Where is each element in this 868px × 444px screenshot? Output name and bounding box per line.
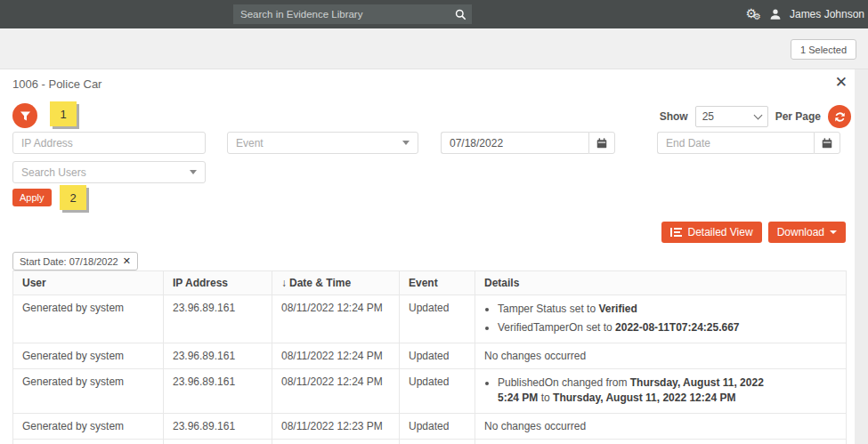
table-head: UserIP Address↓Date & TimeEventDetails [13, 271, 847, 295]
column-header-date-time[interactable]: ↓Date & Time [272, 271, 400, 295]
settings-cogs-icon[interactable]: ⚙⚙ [745, 7, 761, 21]
user-icon [769, 8, 782, 20]
event-cell: Updated [400, 295, 475, 343]
calendar-icon [822, 138, 832, 149]
user-cell: Generated by system [13, 343, 164, 368]
sort-descending-icon: ↓ [281, 277, 287, 289]
evidence-search [233, 4, 472, 24]
datetime-cell: 08/11/2022 12:23 PM [272, 439, 400, 444]
calendar-icon [596, 138, 607, 149]
refresh-icon [834, 111, 846, 123]
details-cell: No changes occurred [475, 343, 847, 368]
user-menu[interactable]: James Johnson [790, 8, 864, 20]
end-date-calendar-button[interactable] [814, 132, 840, 154]
audit-trail-panel: 1006 - Police Car ✕ 1 Show 25 Per Page E… [0, 69, 855, 444]
user-cell: Generated by system [13, 439, 164, 444]
page-size-select[interactable]: 25 [695, 106, 768, 127]
column-header-user[interactable]: User [13, 271, 164, 295]
ip-cell: 23.96.89.161 [164, 343, 272, 368]
chip-label: Start Date: 07/18/2022 [20, 256, 118, 267]
user-cell: Generated by system [13, 368, 164, 413]
details-bullet-list: PublishedOn changed from Thursday, Augus… [484, 375, 778, 407]
details-bullet-list: Tamper Status set to VerifiedVerifiedTam… [484, 302, 778, 336]
audit-table: UserIP Address↓Date & TimeEventDetails G… [12, 270, 847, 444]
caret-down-icon [190, 170, 197, 174]
ip-address-input[interactable] [12, 132, 206, 154]
table-row: Generated by system23.96.89.16108/11/202… [13, 413, 847, 439]
caret-down-icon [830, 230, 837, 234]
callout-step-2: 2 [60, 185, 86, 210]
search-users-select[interactable]: Search Users [12, 161, 206, 183]
details-cell: No changes occurred [475, 413, 847, 439]
start-date-calendar-button[interactable] [588, 132, 615, 154]
datetime-cell: 08/11/2022 12:24 PM [272, 295, 400, 343]
search-icon[interactable] [449, 4, 472, 24]
show-label: Show [660, 110, 688, 123]
search-users-placeholder: Search Users [21, 166, 86, 179]
detailed-view-button[interactable]: Detailed View [661, 222, 761, 243]
details-cell: No changes occurred [475, 439, 847, 444]
per-page-label: Per Page [775, 110, 821, 123]
search-input[interactable] [233, 9, 449, 20]
close-icon[interactable]: ✕ [835, 75, 848, 90]
apply-button[interactable]: Apply [12, 189, 52, 206]
user-cell: Generated by system [13, 295, 164, 343]
datetime-cell: 08/11/2022 12:24 PM [272, 368, 400, 413]
top-navigation-bar: ⚙⚙ James Johnson [0, 0, 868, 28]
table-row: Generated by system23.96.89.16108/11/202… [13, 295, 847, 343]
end-date-group [657, 132, 840, 154]
details-cell: PublishedOn changed from Thursday, Augus… [475, 368, 847, 413]
start-date-group [441, 132, 615, 154]
caret-down-icon [402, 141, 410, 145]
funnel-icon [20, 110, 31, 122]
chip-remove-icon[interactable]: ✕ [123, 255, 131, 267]
table-row: Generated by system23.96.89.16108/11/202… [13, 343, 847, 368]
page-size-value: 25 [702, 110, 714, 123]
event-cell: Updated [400, 368, 475, 413]
datetime-cell: 08/11/2022 12:23 PM [272, 413, 400, 439]
ip-cell: 23.96.89.161 [164, 295, 272, 343]
event-cell: Updated [400, 413, 475, 439]
table-row: Generated by system23.96.89.16108/11/202… [13, 368, 847, 413]
event-select-placeholder: Event [236, 137, 264, 149]
column-header-event[interactable]: Event [400, 271, 475, 295]
ip-cell: 202.141.249.219 [164, 439, 272, 444]
ip-cell: 23.96.89.161 [164, 368, 272, 413]
event-cell: Updated [400, 343, 475, 368]
selected-count-button[interactable]: 1 Selected [791, 39, 856, 60]
start-date-input[interactable] [441, 132, 588, 154]
detailed-list-icon [670, 228, 682, 237]
selection-bar: 1 Selected [0, 28, 868, 69]
end-date-input[interactable] [657, 132, 814, 154]
table-row: Generated by system202.141.249.21908/11/… [13, 439, 847, 444]
start-date-filter-chip: Start Date: 07/18/2022 ✕ [12, 252, 138, 270]
column-header-details[interactable]: Details [475, 271, 847, 295]
table-body: Generated by system23.96.89.16108/11/202… [13, 295, 847, 444]
filter-toggle-button[interactable] [12, 103, 37, 128]
column-header-ip-address[interactable]: IP Address [164, 271, 272, 295]
download-button[interactable]: Download [768, 222, 846, 243]
refresh-button[interactable] [828, 105, 851, 128]
callout-step-1: 1 [50, 101, 77, 126]
event-select[interactable]: Event [227, 132, 418, 154]
page-title: 1006 - Police Car [12, 77, 101, 91]
user-cell: Generated by system [13, 413, 164, 439]
chevron-down-icon [753, 110, 762, 119]
datetime-cell: 08/11/2022 12:24 PM [272, 343, 400, 368]
event-cell: Updated [400, 439, 475, 444]
ip-cell: 23.96.89.161 [164, 413, 272, 439]
details-cell: Tamper Status set to VerifiedVerifiedTam… [475, 295, 847, 343]
